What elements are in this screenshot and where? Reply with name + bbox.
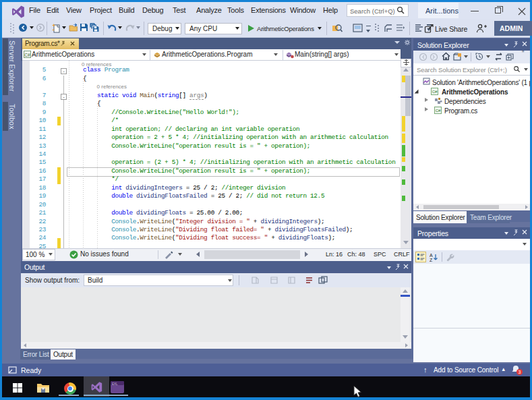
svg-text:EXL: EXL bbox=[112, 382, 118, 386]
svg-text:A: A bbox=[430, 253, 433, 258]
svg-text:Z: Z bbox=[430, 258, 433, 262]
